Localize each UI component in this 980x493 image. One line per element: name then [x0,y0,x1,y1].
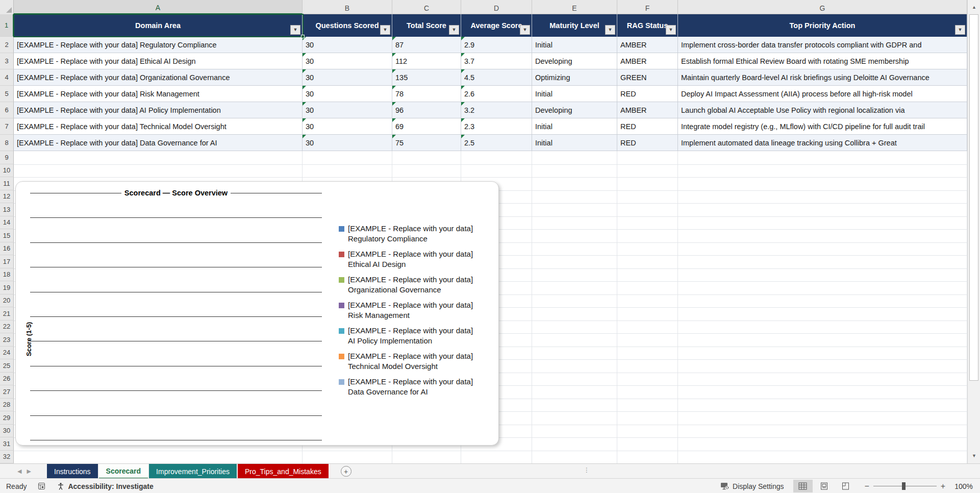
legend-item[interactable]: [EXAMPLE - Replace with your data] Ethic… [339,249,484,269]
row-header-5[interactable]: 5 [0,86,14,102]
cell-D6[interactable]: 3.2 [461,102,532,118]
legend-item[interactable]: [EXAMPLE - Replace with your data] AI Po… [339,326,484,346]
cell-C8[interactable]: 75 [392,135,461,151]
row-header-28[interactable]: 28 [0,399,14,412]
legend-item[interactable]: [EXAMPLE - Replace with your data] Organ… [339,275,484,295]
row-header-17[interactable]: 17 [0,255,14,268]
row-header-15[interactable]: 15 [0,229,14,242]
page-layout-view-button[interactable] [815,480,834,492]
cell-G7[interactable]: Integrate model registry (e.g., MLflow) … [678,118,967,135]
column-header-E[interactable]: E [532,0,617,14]
legend-item[interactable]: [EXAMPLE - Replace with your data] Data … [339,377,484,397]
cell-E2[interactable]: Initial [532,37,617,53]
tab-nav-left-icon[interactable]: ◀ [17,468,21,475]
cell-A8[interactable]: [EXAMPLE - Replace with your data] Data … [14,135,303,151]
cell-E4[interactable]: Optimizing [532,69,617,86]
cell-B2[interactable]: 30 [303,37,392,53]
cell-E3[interactable]: Developing [532,53,617,69]
display-settings-button[interactable]: Display Settings [720,482,784,490]
cell-G3[interactable]: Establish formal Ethical Review Board wi… [678,53,967,69]
cell-C4[interactable]: 135 [392,69,461,86]
cell-F6[interactable]: AMBER [617,102,678,118]
row-header-6[interactable]: 6 [0,102,14,118]
row-header-11[interactable]: 11 [0,177,14,190]
cell-A4[interactable]: [EXAMPLE - Replace with your data] Organ… [14,69,303,86]
cell-D3[interactable]: 3.7 [461,53,532,69]
accessibility-status[interactable]: Accessibility: Investigate [57,482,153,490]
cell-B4[interactable]: 30 [303,69,392,86]
cell-F8[interactable]: RED [617,135,678,151]
sheet-tab-improvement_priorities[interactable]: Improvement_Priorities [149,464,237,479]
column-header-A[interactable]: A [14,0,303,14]
column-header-B[interactable]: B [303,0,392,14]
row-header-22[interactable]: 22 [0,321,14,334]
row-header-29[interactable]: 29 [0,411,14,425]
row-header-27[interactable]: 27 [0,385,14,399]
cell-E7[interactable]: Initial [532,118,617,135]
cell-A3[interactable]: [EXAMPLE - Replace with your data] Ethic… [14,53,303,69]
cell-A5[interactable]: [EXAMPLE - Replace with your data] Risk … [14,86,303,102]
cell-C7[interactable]: 69 [392,118,461,135]
row-header-8[interactable]: 8 [0,135,14,151]
sheet-tab-instructions[interactable]: Instructions [47,464,98,479]
scroll-down-icon[interactable]: ▼ [970,450,978,461]
cell-B8[interactable]: 30 [303,135,392,151]
filter-dropdown-icon[interactable]: ▼ [520,25,530,35]
zoom-level[interactable]: 100% [954,482,973,490]
row-header-20[interactable]: 20 [0,294,14,308]
zoom-out-icon[interactable]: − [865,482,869,491]
cell-A7[interactable]: [EXAMPLE - Replace with your data] Techn… [14,118,303,135]
tabbar-resize-handle[interactable]: ⋮ [584,466,590,474]
row-header-1[interactable]: 1 [0,14,14,37]
new-sheet-button[interactable]: + [341,466,351,477]
cell-E8[interactable]: Initial [532,135,617,151]
cell-C3[interactable]: 112 [392,53,461,69]
row-header-25[interactable]: 25 [0,359,14,373]
zoom-handle[interactable] [902,482,906,490]
row-header-2[interactable]: 2 [0,37,14,53]
cell-G6[interactable]: Launch global AI Acceptable Use Policy w… [678,102,967,118]
row-header-12[interactable]: 12 [0,190,14,204]
column-header-F[interactable]: F [617,0,678,14]
filter-dropdown-icon[interactable]: ▼ [380,25,390,35]
sheet-tab-scorecard[interactable]: Scorecard [99,464,148,479]
cell-G2[interactable]: Implement cross-border data transfer pro… [678,37,967,53]
cell-B3[interactable]: 30 [303,53,392,69]
table-header-G[interactable]: Top Priority Action▼ [678,14,967,37]
cell-A6[interactable]: [EXAMPLE - Replace with your data] AI Po… [14,102,303,118]
cell-F7[interactable]: RED [617,118,678,135]
scroll-up-icon[interactable]: ▲ [970,2,978,13]
fill-handle[interactable] [301,35,305,38]
cell-G5[interactable]: Deploy AI Impact Assessment (AIIA) proce… [678,86,967,102]
macro-record-icon[interactable] [38,482,45,490]
table-header-F[interactable]: RAG Status▼ [617,14,678,37]
zoom-in-icon[interactable]: + [941,482,945,491]
row-header-32[interactable]: 32 [0,451,14,464]
cell-G8[interactable]: Implement automated data lineage trackin… [678,135,967,151]
row-header-21[interactable]: 21 [0,307,14,321]
row-header-18[interactable]: 18 [0,268,14,282]
cell-B6[interactable]: 30 [303,102,392,118]
cell-E6[interactable]: Developing [532,102,617,118]
cell-G4[interactable]: Maintain quarterly Board-level AI risk b… [678,69,967,86]
row-header-26[interactable]: 26 [0,373,14,386]
cell-D7[interactable]: 2.3 [461,118,532,135]
row-header-10[interactable]: 10 [0,164,14,178]
cell-F3[interactable]: AMBER [617,53,678,69]
column-header-D[interactable]: D [461,0,532,14]
row-header-3[interactable]: 3 [0,53,14,69]
sheet-tab-pro_tips_and_mistakes[interactable]: Pro_Tips_and_Mistakes [238,464,329,479]
vertical-scrollbar[interactable]: ▲ ▼ [967,0,980,463]
row-header-23[interactable]: 23 [0,333,14,347]
table-header-C[interactable]: Total Score▼ [392,14,461,37]
row-header-30[interactable]: 30 [0,425,14,438]
cell-C2[interactable]: 87 [392,37,461,53]
tab-nav-right-icon[interactable]: ▶ [27,468,31,475]
cell-A2[interactable]: [EXAMPLE - Replace with your data] Regul… [14,37,303,53]
normal-view-button[interactable] [793,480,813,492]
cell-D4[interactable]: 4.5 [461,69,532,86]
filter-dropdown-icon[interactable]: ▼ [605,25,615,35]
cell-B5[interactable]: 30 [303,86,392,102]
legend-item[interactable]: [EXAMPLE - Replace with your data] Techn… [339,351,484,372]
cell-F5[interactable]: RED [617,86,678,102]
